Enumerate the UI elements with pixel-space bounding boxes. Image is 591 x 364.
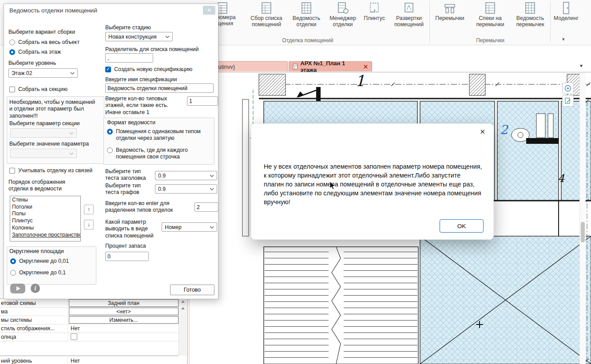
list-item[interactable]: Запотолочное пространство [10,232,80,239]
leader-arrow [297,91,304,98]
ribbon-button-label: Перемычки [432,16,468,22]
ribbon-button-lintel-schedule[interactable]: Ведомость перемычек [512,1,549,28]
ribbon-button-write-room-numbers[interactable]: номера щения [217,1,246,27]
stage-select-value: Новая конструкция [108,34,157,40]
ribbon-button-finish-schedule[interactable]: Ведомость отделки [288,1,325,28]
message-close-icon[interactable]: ✕ [480,128,485,136]
ribbon-button-collect-room-list[interactable]: Сбор списка помещений [247,1,286,28]
chevron-down-icon [210,188,214,190]
stair-treads [343,248,417,363]
property-value[interactable]: Нет [71,358,80,364]
radio-round-001[interactable]: Округление до 0,01 [10,258,69,265]
radio-format-rows[interactable]: Ведомость, где для каждого помещения сво… [107,147,210,160]
header-text-type-select[interactable]: 0.9 [155,171,217,180]
chevron-down-icon [69,132,74,135]
reserve-percent-input[interactable] [105,252,149,261]
graph-text-type-select[interactable]: 0.9 [155,184,217,194]
ribbon-button-label: отделки [288,22,325,28]
panel-expander-icon[interactable]: ▾ [562,36,565,42]
list-item[interactable]: Потолки [10,204,80,211]
warning-message-dialog: ✕ Не у всех отделочных элементов заполне… [251,123,494,240]
property-label: ма [0,307,68,316]
checkbox-checked-icon [105,67,111,72]
scrollbar-thumb[interactable] [581,222,585,242]
checkbox-label: Учитывать отделку из связей [18,167,92,174]
reserve-percent-label: Процент запаса [105,243,146,249]
schedule-name-input[interactable] [105,83,214,93]
done-button[interactable]: Готово [170,285,214,295]
ribbon-button-lintel-specs[interactable]: Спеки на перемычки [470,1,511,28]
header-text-type-label: Выберите тип теста заголовка [105,168,154,182]
list-item[interactable]: Плинтус [10,218,80,225]
room-number: 4 [558,172,565,185]
ribbon-button-finish-manager[interactable]: Менеджер отделки [326,1,360,28]
ribbon-button-room-elevations[interactable]: Развертки помещений [390,1,428,28]
radio-label: Ведомость, где для каждого помещения сво… [116,147,210,160]
ribbon-button-label: помещений [247,22,286,28]
ribbon-button-label: помещений [390,22,428,28]
radio-assemble-per-floor[interactable]: Собрать на этаж [9,49,61,55]
list-item[interactable]: Колонны [10,225,80,232]
enters-count-input[interactable] [194,202,218,212]
properties-scrollbar[interactable] [178,299,186,356]
delimiter-input[interactable] [105,53,153,63]
radio-assemble-whole-object[interactable]: Собрать на весь объект [9,39,79,46]
property-value-select[interactable]: <нет> [69,308,178,315]
tab-list-arrow-icon[interactable]: ▾ [580,63,583,69]
checkbox-assemble-per-section[interactable]: Собрать на секцию [9,86,67,93]
property-checkbox[interactable] [71,333,77,340]
ribbon-separator [429,1,430,43]
radio-round-01[interactable]: Округление до 0,1 [10,269,66,276]
grid-bubble-1: 1 [355,72,365,90]
graph-text-type-label: Выберите тип теста графов [105,182,154,196]
ribbon-button-label: Моделинг [552,16,580,22]
checkbox-include-linked-finishes[interactable]: Учитывать отделку из связей [9,167,92,174]
ribbon-button-modeling[interactable]: Моделинг [552,1,580,22]
property-value-select[interactable]: Задний план [69,299,178,307]
checkbox-icon [9,87,15,92]
fixture-detail [518,132,523,138]
section-note: Необходимо, чтобы у помещений и отделки … [9,99,99,119]
ribbon-button-label: Спеки на [470,16,511,22]
finish-order-listbox[interactable]: Стены Потолки Полы Плинтус Колонны Запот… [10,196,81,241]
list-item[interactable]: Полы [10,210,80,218]
properties-divider [0,356,178,356]
scroll-up-icon[interactable] [181,307,185,309]
view-tab-plan-floor1[interactable]: АРХ №1_План 1 этажа ✕ [289,61,372,71]
canvas-scrollbar[interactable] [579,72,586,364]
move-down-button[interactable]: ↓ [84,220,94,229]
chevron-down-icon [210,174,214,177]
list-param-select[interactable]: Номер [162,222,217,232]
ribbon-button-lintels[interactable]: Перемычки [432,1,468,22]
dialog-close-icon[interactable]: ✕ [203,6,215,15]
tab-close-icon[interactable]: ✕ [363,63,368,70]
property-label: мы системы [0,316,68,324]
typical-floors-input[interactable] [187,96,218,106]
wall-hatch [259,74,286,95]
radio-format-comma[interactable]: Помещения с одинаковым типом отделки чер… [107,128,210,142]
scroll-up-icon[interactable] [181,301,185,303]
property-value[interactable]: Нет [71,325,80,332]
ribbon-button-plinth[interactable]: Плинтус [361,1,388,22]
mouse-cursor [329,181,336,192]
ribbon-group-finishes-label: Отделка помещений [186,37,429,44]
level-select[interactable]: Этаж 02 [8,68,78,78]
sheet-pencil-icon [564,97,571,104]
navigation-wheel-button[interactable] [562,83,574,94]
stage-select[interactable]: Новая конструкция [105,32,173,41]
property-edit-button[interactable]: Изменить... [69,316,178,324]
level-label: Выберите уровень [8,60,56,67]
info-icon[interactable] [31,284,40,293]
radio-selected-icon [9,49,15,55]
door-icon [560,1,572,15]
view-tab-bar: D - diutinvv} АРХ №1_План 1 этажа ✕ ▾ [186,61,591,72]
dialog-title: Ведомость отделки помещений [9,7,97,14]
schedule-icon [261,1,272,15]
stage-label: Выберите стадию [105,24,151,31]
checkbox-create-new-schedule[interactable]: Создать новую спецификацию [105,66,192,73]
move-up-button[interactable]: ↑ [84,205,94,214]
ok-button[interactable]: OK [440,219,484,233]
view-control-button[interactable] [562,95,574,107]
list-item[interactable]: Стены [10,197,80,204]
youtube-icon[interactable] [10,284,25,293]
